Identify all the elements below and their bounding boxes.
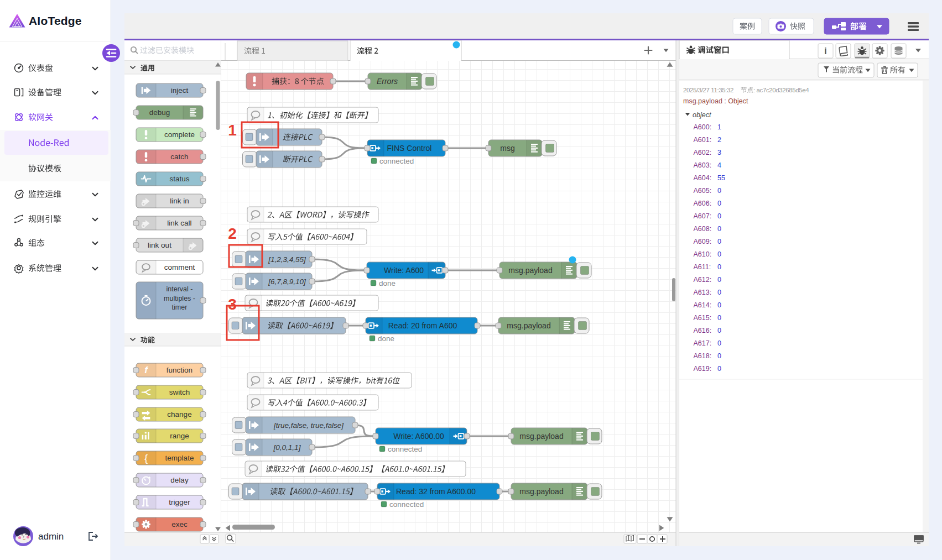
svg-text:debug: debug — [149, 108, 170, 117]
svg-text:msg.payload: msg.payload — [508, 266, 552, 275]
svg-text:A606:: A606: — [694, 200, 712, 207]
svg-text:msg.payload: msg.payload — [519, 432, 563, 441]
svg-text:0: 0 — [717, 327, 721, 334]
svg-text:55: 55 — [717, 174, 725, 182]
svg-text:: ac7c20d32685d5e4: : ac7c20d32685d5e4 — [753, 87, 809, 93]
svg-text:0: 0 — [717, 238, 721, 245]
svg-text:[6,7,8,9,10]: [6,7,8,9,10] — [268, 278, 306, 286]
svg-text:0: 0 — [717, 212, 721, 220]
svg-text:delay: delay — [170, 476, 189, 484]
svg-text:0: 0 — [717, 365, 721, 373]
svg-text:link in: link in — [170, 197, 189, 205]
svg-text:range: range — [170, 432, 189, 440]
svg-text:Read: 32 from A600.00: Read: 32 from A600.00 — [396, 487, 476, 496]
svg-text:A618:: A618: — [694, 352, 712, 360]
svg-text:0: 0 — [717, 276, 721, 284]
svg-text:0: 0 — [717, 200, 721, 207]
svg-text:timer: timer — [172, 303, 188, 311]
svg-text:Errors: Errors — [377, 77, 398, 86]
svg-text:catch: catch — [170, 153, 188, 161]
svg-text:[1,2,3,4,55]: [1,2,3,4,55] — [268, 255, 306, 264]
svg-text:0: 0 — [717, 187, 721, 195]
svg-text:connected: connected — [389, 500, 424, 509]
svg-text:AIoTedge: AIoTedge — [29, 14, 82, 27]
svg-text:A600:: A600: — [694, 123, 712, 131]
svg-text:done: done — [379, 279, 395, 287]
svg-text:function: function — [166, 366, 192, 374]
svg-text:A609:: A609: — [694, 238, 712, 245]
svg-text:3: 3 — [717, 149, 721, 156]
svg-text:msg.payload : Object: msg.payload : Object — [683, 97, 748, 105]
svg-text:interval -: interval - — [166, 285, 193, 293]
svg-text:multiples -: multiples - — [164, 295, 195, 302]
svg-text:1: 1 — [228, 122, 237, 139]
svg-text:0: 0 — [717, 314, 721, 322]
svg-text:A612:: A612: — [694, 276, 712, 284]
svg-text:0: 0 — [717, 301, 721, 309]
svg-text:A616:: A616: — [694, 327, 712, 334]
svg-text:A603:: A603: — [694, 161, 712, 169]
svg-text:0: 0 — [717, 225, 721, 233]
svg-text:link out: link out — [148, 241, 171, 249]
svg-text:admin: admin — [38, 531, 64, 542]
svg-text:0: 0 — [717, 250, 721, 258]
svg-text:msg.payload: msg.payload — [507, 321, 550, 330]
svg-text:link call: link call — [167, 219, 191, 227]
svg-text:comment: comment — [164, 263, 195, 271]
svg-text:msg.payload: msg.payload — [519, 487, 563, 496]
svg-text:A614:: A614: — [694, 301, 712, 309]
svg-text:FINS Control: FINS Control — [387, 144, 432, 153]
svg-text:2: 2 — [228, 225, 237, 242]
svg-text:0: 0 — [717, 263, 721, 271]
svg-text:Read: 20 from A600: Read: 20 from A600 — [388, 321, 457, 330]
svg-text:0: 0 — [717, 289, 721, 296]
svg-text:Write: A600.00: Write: A600.00 — [393, 432, 444, 441]
svg-text:complete: complete — [164, 130, 195, 139]
svg-text:A608:: A608: — [694, 225, 712, 233]
svg-text:connected: connected — [388, 445, 422, 453]
svg-text:change: change — [167, 410, 191, 418]
svg-text:msg: msg — [500, 144, 514, 153]
svg-text:2: 2 — [717, 136, 721, 144]
svg-text:exec: exec — [171, 520, 188, 528]
svg-text:4: 4 — [717, 161, 721, 169]
svg-text:i: i — [824, 46, 826, 56]
svg-text:A617:: A617: — [694, 339, 712, 347]
svg-text:0: 0 — [717, 339, 721, 347]
svg-text:status: status — [169, 175, 189, 183]
svg-text:[0,0,1,1]: [0,0,1,1] — [273, 443, 301, 452]
svg-text:2025/3/27 11:35:32: 2025/3/27 11:35:32 — [683, 87, 733, 93]
svg-text:A601:: A601: — [694, 136, 712, 144]
svg-text:A607:: A607: — [694, 212, 712, 220]
svg-text:A605:: A605: — [694, 187, 712, 195]
svg-text:A619:: A619: — [694, 365, 712, 373]
svg-text:3: 3 — [228, 296, 237, 313]
svg-text:A611:: A611: — [694, 263, 711, 271]
svg-text:inject: inject — [171, 86, 189, 95]
svg-text:A610:: A610: — [694, 250, 712, 258]
svg-text:[true,false, true,false]: [true,false, true,false] — [273, 421, 344, 430]
svg-text:A602:: A602: — [694, 149, 712, 156]
svg-text:A613:: A613: — [694, 289, 712, 296]
svg-text:done: done — [378, 334, 394, 343]
svg-text:Write: A600: Write: A600 — [384, 266, 424, 275]
svg-text:connected: connected — [379, 157, 414, 165]
svg-text:template: template — [165, 454, 194, 462]
svg-text:{: { — [144, 452, 148, 464]
svg-text:object: object — [693, 111, 711, 119]
svg-text:trigger: trigger — [169, 498, 190, 506]
svg-text:switch: switch — [169, 388, 190, 396]
svg-text:A604:: A604: — [694, 174, 712, 182]
svg-text:0: 0 — [717, 352, 721, 360]
svg-text:1: 1 — [717, 123, 721, 131]
svg-text:A615:: A615: — [694, 314, 712, 322]
